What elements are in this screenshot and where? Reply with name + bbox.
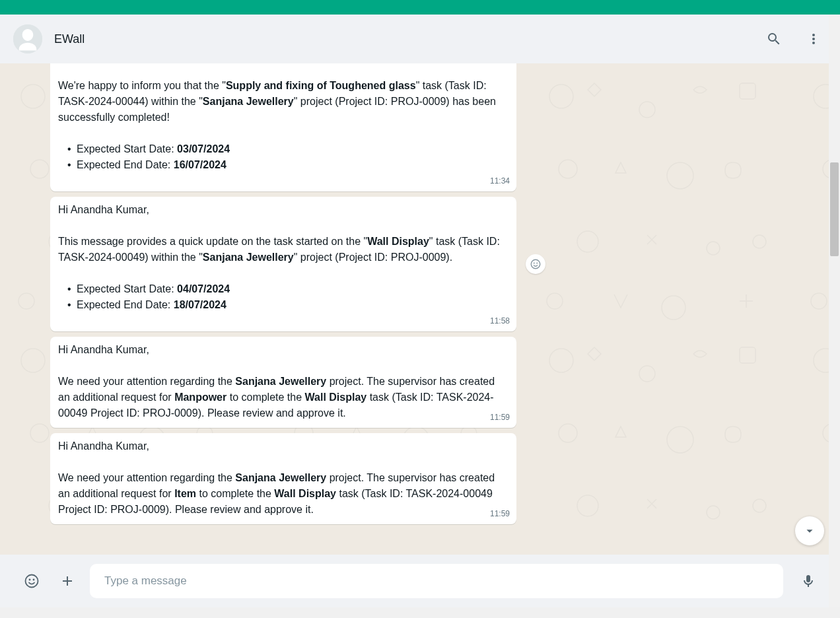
emoji-button[interactable]: [18, 568, 45, 594]
menu-button[interactable]: [800, 26, 827, 52]
plus-icon: [59, 573, 75, 589]
smiley-icon: [530, 258, 542, 270]
message-input[interactable]: [103, 574, 770, 588]
svg-point-5: [29, 579, 31, 581]
top-accent-bar: [0, 0, 840, 15]
mic-button[interactable]: [795, 568, 822, 594]
message-row: We're happy to inform you that the "Supp…: [50, 63, 800, 191]
message-time: 11:58: [490, 313, 510, 329]
message-bubble[interactable]: We're happy to inform you that the "Supp…: [50, 63, 516, 191]
search-button[interactable]: [761, 26, 787, 52]
search-icon: [766, 31, 782, 47]
chevron-down-icon: [802, 524, 817, 538]
message-bubble[interactable]: Hi Anandha Kumar, We need your attention…: [50, 337, 516, 428]
message-list: Expected Start Date: 04/07/2024 Expected…: [67, 281, 508, 313]
message-time: 11:34: [490, 173, 510, 189]
message-text: We're happy to inform you that the "Supp…: [58, 78, 508, 125]
message-time: 11:59: [490, 409, 510, 425]
message-greeting: Hi Anandha Kumar,: [58, 438, 508, 454]
avatar[interactable]: [13, 24, 42, 53]
message-text: We need your attention regarding the San…: [58, 470, 508, 518]
message-list: Expected Start Date: 03/07/2024 Expected…: [67, 141, 508, 173]
bottom-gap: [0, 607, 840, 618]
message-time: 11:59: [490, 506, 510, 522]
message-text: We need your attention regarding the San…: [58, 374, 508, 421]
message-row: Hi Anandha Kumar, We need your attention…: [50, 433, 800, 524]
avatar-placeholder-icon: [13, 24, 42, 53]
messages-panel[interactable]: We're happy to inform you that the "Supp…: [0, 63, 840, 555]
message-greeting: Hi Anandha Kumar,: [58, 342, 508, 358]
message-text: This message provides a quick update on …: [58, 234, 508, 265]
message-input-wrapper: [90, 564, 783, 598]
more-vertical-icon: [806, 31, 822, 47]
mic-icon: [800, 573, 816, 589]
message-row: Hi Anandha Kumar, We need your attention…: [50, 337, 800, 428]
attach-button[interactable]: [54, 568, 81, 594]
svg-point-1: [531, 259, 540, 269]
message-bubble[interactable]: Hi Anandha Kumar, This message provides …: [50, 197, 516, 331]
svg-point-3: [536, 263, 538, 264]
chat-header: EWall: [0, 15, 840, 63]
scroll-to-bottom-button[interactable]: [795, 516, 824, 545]
scrollbar-thumb[interactable]: [830, 162, 839, 256]
composer-bar: [0, 555, 840, 607]
react-button[interactable]: [526, 254, 545, 274]
svg-point-6: [33, 579, 35, 581]
smiley-outline-icon: [24, 573, 40, 589]
scrollbar-track[interactable]: [829, 15, 840, 607]
svg-point-4: [26, 575, 38, 588]
message-bubble[interactable]: Hi Anandha Kumar, We need your attention…: [50, 433, 516, 524]
message-row: Hi Anandha Kumar, This message provides …: [50, 197, 800, 331]
svg-point-2: [534, 263, 535, 264]
message-greeting: Hi Anandha Kumar,: [58, 202, 508, 218]
contact-name[interactable]: EWall: [54, 32, 85, 46]
